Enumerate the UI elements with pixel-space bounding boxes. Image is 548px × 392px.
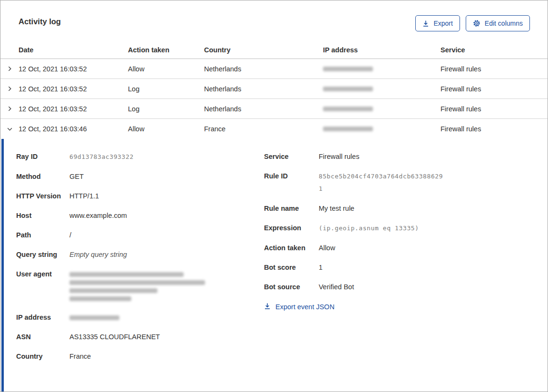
edit-columns-button-label: Edit columns xyxy=(485,19,523,28)
export-event-json-label: Export event JSON xyxy=(275,303,334,311)
detail-value: AS13335 CLOUDFLARENET xyxy=(69,331,160,343)
detail-label: Country xyxy=(16,351,69,363)
detail-label: Bot source xyxy=(264,281,319,293)
export-event-json-link[interactable]: Export event JSON xyxy=(264,303,334,311)
page-title: Activity log xyxy=(19,17,61,26)
edit-columns-button[interactable]: Edit columns xyxy=(466,15,530,31)
detail-label: HTTP Version xyxy=(16,190,69,202)
redacted-value xyxy=(323,67,373,71)
detail-value: Verified Bot xyxy=(319,281,354,293)
detail-row-query-string: Query stringEmpty query string xyxy=(16,249,264,261)
detail-value: / xyxy=(69,229,71,241)
cell-action-taken: Allow xyxy=(128,65,204,73)
column-header-country: Country xyxy=(204,46,323,54)
cell-action-taken: Log xyxy=(128,85,204,93)
detail-label: Ray ID xyxy=(16,151,69,163)
download-icon xyxy=(264,303,271,311)
detail-label: Path xyxy=(16,229,69,241)
detail-label: Method xyxy=(16,171,69,183)
gear-icon xyxy=(473,20,480,27)
detail-right-column: ServiceFirewall rulesRule ID85bce5b204cf… xyxy=(264,151,548,392)
column-header-service: Service xyxy=(440,46,548,54)
detail-label: Bot score xyxy=(264,262,319,274)
cell-country: Netherlands xyxy=(204,65,323,73)
activity-log-table: DateAction takenCountryIP addressService… xyxy=(0,41,548,139)
event-detail-panel: Ray ID69d13783ac393322MethodGETHTTP Vers… xyxy=(1,139,548,392)
cell-date: 12 Oct, 2021 16:03:46 xyxy=(19,125,128,133)
chevron-right-icon[interactable] xyxy=(0,106,19,112)
redacted-value xyxy=(69,288,157,293)
cell-action-taken: Allow xyxy=(128,125,204,133)
cell-service: Firewall rules xyxy=(440,125,548,133)
redacted-value xyxy=(323,107,373,111)
redacted-value xyxy=(323,127,373,131)
detail-row-method: MethodGET xyxy=(16,171,264,183)
cell-date: 12 Oct, 2021 16:03:52 xyxy=(19,85,128,93)
redacted-value xyxy=(69,315,119,320)
detail-value: (ip.geoip.asnum eq 13335) xyxy=(319,222,419,235)
cell-ip-address xyxy=(323,87,440,91)
detail-label: Service xyxy=(264,151,319,163)
detail-row-expression: Expression(ip.geoip.asnum eq 13335) xyxy=(264,222,548,235)
detail-label: Rule name xyxy=(264,203,319,215)
detail-row-host: Hostwww.example.com xyxy=(16,210,264,222)
detail-label: IP address xyxy=(16,312,69,323)
table-body: 12 Oct, 2021 16:03:52AllowNetherlandsFir… xyxy=(0,59,548,139)
detail-row-asn: ASNAS13335 CLOUDFLARENET xyxy=(16,331,264,343)
detail-label: Expression xyxy=(264,222,319,235)
detail-row-country: CountryFrance xyxy=(16,351,264,363)
detail-value: Allow xyxy=(319,242,335,254)
download-icon xyxy=(422,20,429,27)
detail-value: 69d13783ac393322 xyxy=(69,151,134,163)
detail-label: User agent xyxy=(16,268,69,304)
cell-ip-address xyxy=(323,107,440,111)
chevron-down-icon[interactable] xyxy=(0,126,19,132)
detail-row-ray-id: Ray ID69d13783ac393322 xyxy=(16,151,264,163)
detail-row-rule-id: Rule ID85bce5b204cf4703a764dcb633886291 xyxy=(264,170,548,195)
cell-date: 12 Oct, 2021 16:03:52 xyxy=(19,105,128,113)
cell-service: Firewall rules xyxy=(440,65,548,73)
cell-ip-address xyxy=(323,67,440,71)
detail-row-http-version: HTTP VersionHTTP/1.1 xyxy=(16,190,264,202)
cell-ip-address xyxy=(323,127,440,131)
detail-value: Firewall rules xyxy=(319,151,359,163)
chevron-right-icon[interactable] xyxy=(0,86,19,92)
detail-row-action-taken: Action takenAllow xyxy=(264,242,548,254)
detail-label: Action taken xyxy=(264,242,319,254)
column-header-action-taken: Action taken xyxy=(128,46,204,54)
redacted-value xyxy=(69,296,131,301)
column-header-ip-address: IP address xyxy=(323,46,440,54)
table-row[interactable]: 12 Oct, 2021 16:03:52LogNetherlandsFirew… xyxy=(0,79,548,99)
detail-label: Query string xyxy=(16,249,69,261)
detail-value: My test rule xyxy=(319,203,354,215)
detail-value xyxy=(69,268,205,304)
cell-country: Netherlands xyxy=(204,105,323,113)
detail-row-bot-score: Bot score1 xyxy=(264,262,548,274)
detail-value: Empty query string xyxy=(69,249,127,261)
table-row[interactable]: 12 Oct, 2021 16:03:52LogNetherlandsFirew… xyxy=(0,99,548,119)
table-header-row: DateAction takenCountryIP addressService xyxy=(0,41,548,59)
detail-row-ip-address: IP address xyxy=(16,312,264,323)
table-row[interactable]: 12 Oct, 2021 16:03:46AllowFranceFirewall… xyxy=(0,119,548,139)
cell-date: 12 Oct, 2021 16:03:52 xyxy=(19,65,128,73)
cell-country: France xyxy=(204,125,323,133)
cell-country: Netherlands xyxy=(204,85,323,93)
cell-action-taken: Log xyxy=(128,105,204,113)
export-button-label: Export xyxy=(433,19,452,28)
detail-value: HTTP/1.1 xyxy=(69,190,99,202)
detail-row-bot-source: Bot sourceVerified Bot xyxy=(264,281,548,293)
cell-service: Firewall rules xyxy=(440,105,548,113)
detail-left-column: Ray ID69d13783ac393322MethodGETHTTP Vers… xyxy=(4,151,264,392)
table-row[interactable]: 12 Oct, 2021 16:03:52AllowNetherlandsFir… xyxy=(0,59,548,79)
detail-value xyxy=(69,312,119,323)
column-header-date: Date xyxy=(19,46,128,54)
detail-value: 1 xyxy=(319,262,323,274)
detail-row-service: ServiceFirewall rules xyxy=(264,151,548,163)
export-button[interactable]: Export xyxy=(415,15,460,31)
redacted-value xyxy=(323,87,373,91)
toolbar: Export Edit columns xyxy=(415,15,530,31)
detail-label: Host xyxy=(16,210,69,222)
detail-row-path: Path/ xyxy=(16,229,264,241)
detail-value: 85bce5b204cf4703a764dcb633886291 xyxy=(319,170,443,195)
chevron-right-icon[interactable] xyxy=(0,66,19,72)
